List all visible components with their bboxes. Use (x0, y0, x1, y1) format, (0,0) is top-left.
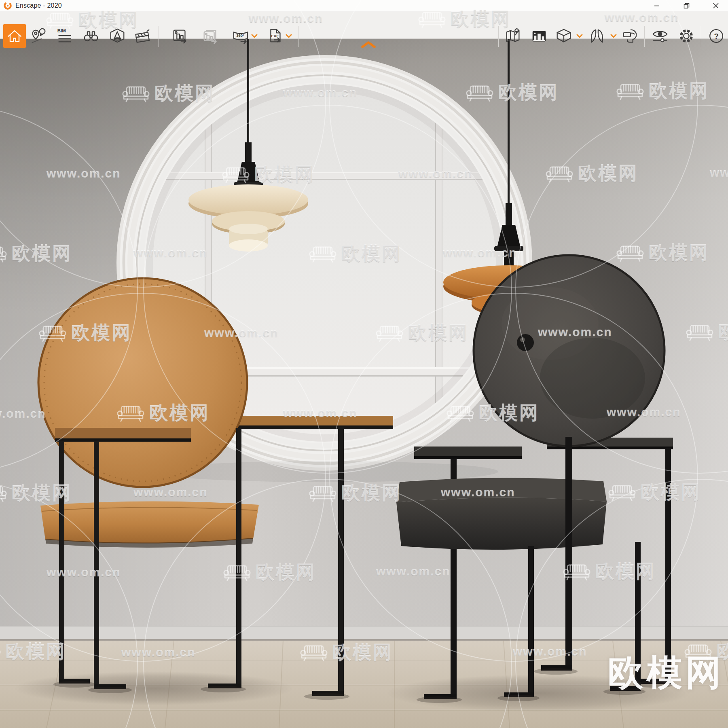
svg-text:EXE: EXE (271, 34, 279, 38)
fly-mode-button[interactable] (588, 27, 606, 45)
scene-view-button[interactable] (108, 27, 127, 45)
close-button[interactable] (707, 0, 725, 11)
video-editor-button[interactable] (133, 27, 152, 45)
mini-map-button[interactable] (504, 27, 522, 45)
projection-dropdown-button[interactable] (576, 33, 583, 39)
toolbar-collapse-button[interactable] (360, 40, 377, 49)
views-panel-icon (530, 27, 548, 45)
baseboard (0, 626, 728, 641)
cube-icon (554, 27, 573, 45)
restore-icon (684, 3, 690, 9)
minimize-icon (654, 3, 660, 8)
svg-text:BIM: BIM (57, 28, 66, 33)
batch-export-button[interactable] (201, 27, 220, 45)
home-button[interactable] (3, 24, 26, 48)
fly-mode-dropdown-button[interactable] (610, 33, 617, 39)
exe-export-icon: EXE (266, 27, 284, 45)
exe-dropdown-button[interactable] (286, 33, 292, 39)
vr-button[interactable] (621, 27, 639, 45)
titlebar: Enscape - 2020 (0, 0, 728, 11)
toolbar-separator (701, 26, 701, 47)
svg-text:?: ? (714, 32, 719, 40)
bim-information-button[interactable]: BIM (55, 27, 74, 45)
projection-cube-button[interactable] (554, 27, 573, 45)
batch-export-icon (201, 27, 220, 45)
chevron-down-icon (576, 33, 583, 39)
minimize-button[interactable] (648, 0, 666, 11)
window-title: Enscape - 2020 (15, 0, 62, 11)
toolbar-separator (644, 26, 645, 47)
pin-bubble-icon (29, 27, 48, 45)
eye-slider-icon (651, 27, 669, 45)
chevron-up-icon (360, 40, 377, 49)
panorama-dropdown-button[interactable] (251, 33, 258, 39)
chair-shadow-left (14, 671, 293, 705)
chevron-down-icon (251, 33, 258, 39)
binoculars-icon (82, 27, 100, 45)
exe-export-button[interactable]: EXE (266, 27, 284, 45)
bim-list-icon: BIM (55, 27, 74, 45)
close-icon (713, 3, 719, 8)
help-icon: ? (707, 27, 726, 45)
gear-icon (677, 27, 696, 45)
screenshot-export-icon (171, 27, 189, 45)
toolbar: BIM (0, 11, 728, 39)
general-settings-button[interactable] (677, 27, 696, 45)
chevron-down-icon (286, 33, 292, 39)
panorama-360-icon: 360° (231, 27, 250, 45)
vr-headset-icon (621, 27, 639, 45)
find-button[interactable] (82, 27, 100, 45)
enscape-logo (3, 1, 12, 10)
screenshot-export-button[interactable] (171, 27, 189, 45)
map-icon (504, 27, 522, 45)
wings-icon (588, 27, 606, 45)
restore-button[interactable] (677, 0, 696, 11)
views-manager-button[interactable] (530, 27, 548, 45)
toolbar-separator (498, 26, 499, 47)
clapperboard-icon (133, 27, 152, 45)
home-icon (6, 27, 23, 45)
visual-settings-button[interactable] (651, 27, 669, 45)
toolbar-separator (159, 26, 159, 47)
collaboration-button[interactable] (29, 27, 48, 45)
chevron-down-icon (610, 33, 617, 39)
scene-cube-icon (108, 27, 127, 45)
toolbar-separator (298, 26, 298, 47)
svg-text:360°: 360° (236, 33, 244, 38)
panorama-export-button[interactable]: 360° (231, 27, 250, 45)
viewport-3d[interactable] (0, 0, 728, 728)
help-button[interactable]: ? (707, 27, 726, 45)
render-scene (0, 0, 728, 728)
